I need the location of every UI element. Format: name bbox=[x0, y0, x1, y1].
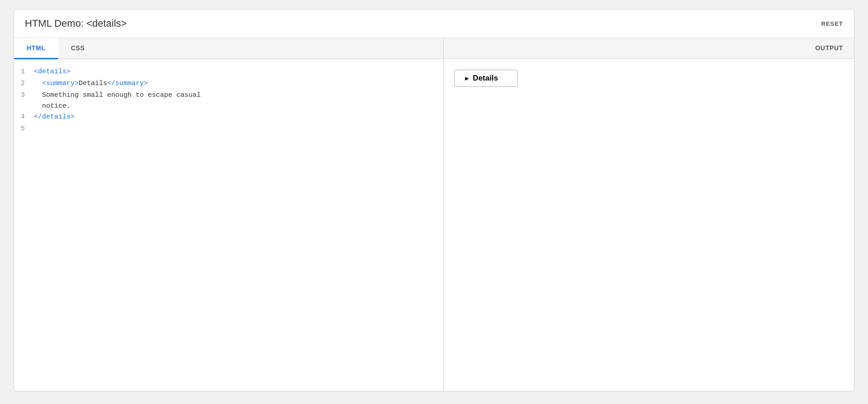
line-content-1: <details> bbox=[32, 67, 71, 77]
code-line-4: 4 </details> bbox=[14, 112, 443, 124]
demo-container: HTML Demo: <details> RESET HTML CSS 1 <d… bbox=[14, 9, 854, 391]
editor-area: HTML CSS 1 <details> 2 <summary>Details<… bbox=[14, 38, 854, 391]
tag-open-details: <details> bbox=[34, 68, 71, 76]
code-editor[interactable]: 1 <details> 2 <summary>Details</summary>… bbox=[14, 59, 443, 391]
header: HTML Demo: <details> RESET bbox=[14, 10, 854, 38]
code-line-1: 1 <details> bbox=[14, 67, 443, 78]
details-label: Details bbox=[473, 74, 498, 83]
right-panel: OUTPUT ► Details bbox=[443, 38, 854, 391]
summary-text: Details bbox=[79, 80, 107, 87]
code-line-5: 5 bbox=[14, 124, 443, 135]
details-widget[interactable]: ► Details bbox=[454, 70, 518, 87]
line-number-3: 3 bbox=[14, 90, 32, 101]
line-number-1: 1 bbox=[14, 67, 32, 77]
line-content-3: Something small enough to escape casual … bbox=[32, 90, 201, 112]
output-content: ► Details bbox=[443, 59, 854, 391]
line-number-2: 2 bbox=[14, 78, 32, 89]
details-arrow-icon: ► bbox=[464, 75, 470, 82]
reset-button[interactable]: RESET bbox=[821, 20, 843, 27]
line-number-4: 4 bbox=[14, 112, 32, 123]
tabs-bar: HTML CSS bbox=[14, 38, 443, 59]
tag-close-details: </details> bbox=[34, 113, 75, 121]
line-number-5: 5 bbox=[14, 124, 32, 134]
line-content-4: </details> bbox=[32, 112, 75, 123]
page-title: HTML Demo: <details> bbox=[25, 18, 127, 29]
tab-html[interactable]: HTML bbox=[14, 38, 58, 59]
line-content-2: <summary>Details</summary> bbox=[32, 78, 148, 89]
output-bar: OUTPUT bbox=[443, 38, 854, 59]
left-panel: HTML CSS 1 <details> 2 <summary>Details<… bbox=[14, 38, 443, 391]
tab-css[interactable]: CSS bbox=[58, 38, 98, 59]
tag-close-summary: </summary> bbox=[107, 80, 148, 87]
output-label: OUTPUT bbox=[815, 44, 843, 52]
tag-open-summary: <summary> bbox=[42, 80, 79, 87]
code-line-3: 3 Something small enough to escape casua… bbox=[14, 90, 443, 112]
code-line-2: 2 <summary>Details</summary> bbox=[14, 78, 443, 90]
